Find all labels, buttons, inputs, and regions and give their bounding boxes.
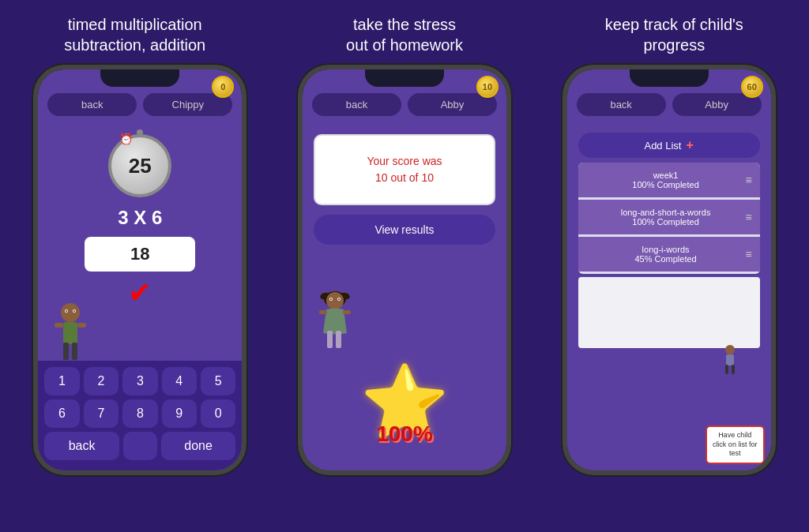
coin-badge-2: 10: [476, 76, 499, 98]
notch-2: [365, 69, 444, 87]
notch-3: [630, 69, 709, 87]
menu-icon-1[interactable]: ≡: [745, 211, 751, 223]
back-button-p1[interactable]: back: [47, 93, 137, 116]
key-2[interactable]: 2: [84, 367, 119, 395]
white-content-area: [578, 277, 760, 348]
svg-rect-18: [327, 331, 333, 348]
phone-1: 0 back Chippy ⏰ 25: [33, 65, 246, 475]
header-col-3: keep track of child's progress: [540, 0, 809, 65]
key-4[interactable]: 4: [162, 367, 197, 395]
key-3[interactable]: 3: [122, 367, 157, 395]
list-item-1[interactable]: long-and-short-a-words 100% Completed ≡: [578, 200, 760, 234]
character-sprite-3: [719, 344, 741, 385]
svg-rect-1: [63, 322, 77, 344]
star-display: ⭐ 100%: [360, 366, 449, 447]
math-problem: 3 X 6: [38, 207, 242, 229]
header-text-3: keep track of child's progress: [605, 16, 743, 54]
svg-point-9: [73, 310, 75, 312]
back-button-p2[interactable]: back: [312, 93, 401, 116]
key-6[interactable]: 6: [44, 399, 79, 428]
svg-point-22: [725, 345, 735, 354]
instruction-note: Have child click on list for test: [706, 425, 765, 464]
spacer-key: [123, 432, 157, 460]
svg-point-16: [330, 298, 332, 300]
timer-display: ⏰ 25: [108, 134, 171, 197]
list-item-2[interactable]: long-i-words 45% Completed ≡: [578, 237, 760, 272]
svg-rect-23: [726, 354, 734, 365]
phone-2: 10 back Abby Your score was 10 out of 10: [298, 65, 511, 475]
numpad: 1 2 3 4 5 6 7 8 9 0: [38, 361, 242, 470]
list-item-0[interactable]: week1 100% Completed ≡: [578, 163, 760, 197]
key-7[interactable]: 7: [84, 399, 119, 428]
key-1[interactable]: 1: [44, 367, 79, 395]
menu-icon-0[interactable]: ≡: [745, 174, 751, 186]
done-key[interactable]: done: [161, 432, 236, 460]
header-col-1: timed multiplication subtraction, additi…: [0, 0, 269, 65]
svg-point-8: [66, 310, 67, 312]
view-results-button[interactable]: View results: [314, 215, 495, 245]
key-5[interactable]: 5: [201, 367, 235, 395]
clock-bells-icon: ⏰: [119, 133, 133, 145]
svg-rect-19: [336, 331, 341, 348]
add-list-button[interactable]: Add List +: [578, 133, 760, 158]
back-button-p3[interactable]: back: [577, 93, 666, 116]
svg-rect-25: [732, 365, 735, 374]
svg-point-0: [61, 303, 80, 322]
header-text-1: timed multiplication subtraction, additi…: [64, 16, 205, 54]
header-text-2: take the stress out of homework: [346, 16, 463, 54]
key-9[interactable]: 9: [162, 399, 197, 428]
plus-icon: +: [686, 138, 693, 152]
score-box: Your score was 10 out of 10: [314, 134, 495, 205]
menu-icon-2[interactable]: ≡: [745, 248, 751, 260]
notch-1: [100, 69, 179, 87]
header-col-2: take the stress out of homework: [269, 0, 539, 65]
back-key[interactable]: back: [44, 432, 119, 460]
svg-rect-2: [63, 343, 69, 360]
svg-point-13: [326, 292, 344, 309]
phone-3: 60 back Abby Add List +: [563, 65, 776, 475]
word-list-container: week1 100% Completed ≡ long-and-short-a-…: [578, 163, 760, 274]
score-text: Your score was 10 out of 10: [367, 153, 442, 186]
svg-rect-4: [55, 323, 63, 328]
svg-rect-5: [77, 323, 86, 328]
character-sprite-2: [315, 290, 355, 360]
coin-badge-3: 60: [741, 76, 763, 98]
key-0[interactable]: 0: [201, 399, 235, 428]
svg-rect-20: [319, 310, 327, 314]
answer-display: 18: [85, 237, 195, 272]
svg-rect-24: [725, 365, 728, 374]
key-8[interactable]: 8: [122, 399, 157, 428]
svg-rect-21: [343, 310, 351, 314]
svg-rect-3: [72, 343, 77, 360]
svg-point-17: [338, 298, 340, 300]
